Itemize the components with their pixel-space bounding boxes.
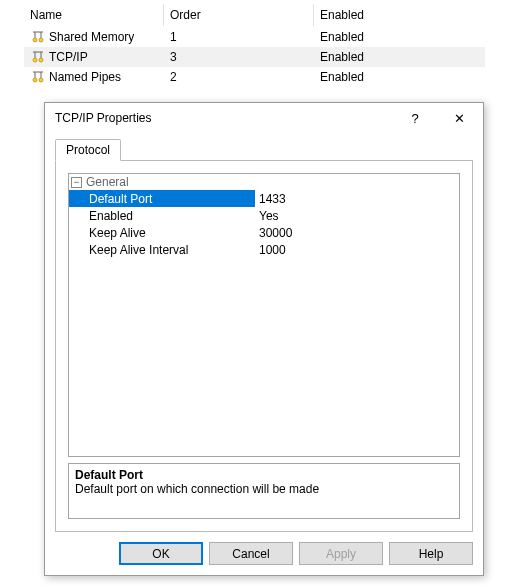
tab-protocol[interactable]: Protocol: [55, 139, 121, 161]
ok-button[interactable]: OK: [119, 542, 203, 565]
apply-button: Apply: [299, 542, 383, 565]
dialog-button-row: OK Cancel Apply Help: [45, 532, 483, 575]
list-cell-order: 1: [164, 30, 314, 44]
svg-point-9: [39, 58, 43, 62]
list-cell-enabled: Enabled: [314, 70, 485, 84]
description-title: Default Port: [75, 468, 453, 482]
list-cell-name: TCP/IP: [49, 50, 88, 64]
list-cell-enabled: Enabled: [314, 30, 485, 44]
svg-point-8: [33, 58, 37, 62]
svg-point-13: [33, 78, 37, 82]
dialog-titlebar: TCP/IP Properties ? ✕: [45, 103, 483, 133]
list-row[interactable]: TCP/IP3Enabled: [24, 47, 485, 67]
svg-point-14: [39, 78, 43, 82]
property-grid[interactable]: − General Default Port1433EnabledYesKeep…: [68, 173, 460, 457]
property-value[interactable]: 1000: [255, 241, 459, 258]
property-name: Enabled: [69, 207, 255, 224]
dialog-title: TCP/IP Properties: [55, 111, 393, 125]
tcpip-properties-dialog: TCP/IP Properties ? ✕ Protocol − General…: [44, 102, 484, 576]
tab-strip: Protocol: [55, 139, 473, 161]
collapse-icon[interactable]: −: [71, 177, 82, 188]
property-group-label: General: [86, 175, 129, 189]
list-row[interactable]: Shared Memory1Enabled: [24, 27, 485, 47]
property-value[interactable]: Yes: [255, 207, 459, 224]
svg-point-4: [39, 38, 43, 42]
property-name: Default Port: [69, 190, 255, 207]
help-button[interactable]: Help: [389, 542, 473, 565]
property-value[interactable]: 1433: [255, 190, 459, 207]
description-text: Default port on which connection will be…: [75, 482, 453, 496]
col-header-enabled[interactable]: Enabled: [314, 4, 485, 26]
property-group-general[interactable]: − General: [69, 174, 459, 190]
cancel-button[interactable]: Cancel: [209, 542, 293, 565]
tab-panel-protocol: − General Default Port1433EnabledYesKeep…: [55, 160, 473, 532]
col-header-order[interactable]: Order: [164, 4, 314, 26]
list-cell-order: 3: [164, 50, 314, 64]
list-header: Name Order Enabled: [24, 4, 485, 27]
list-cell-enabled: Enabled: [314, 50, 485, 64]
list-cell-name: Named Pipes: [49, 70, 121, 84]
list-cell-order: 2: [164, 70, 314, 84]
list-cell-name: Shared Memory: [49, 30, 134, 44]
property-name: Keep Alive Interval: [69, 241, 255, 258]
dialog-body: Protocol − General Default Port1433Enabl…: [45, 133, 483, 532]
svg-point-3: [33, 38, 37, 42]
property-name: Keep Alive: [69, 224, 255, 241]
col-header-name[interactable]: Name: [24, 4, 164, 26]
protocol-icon: [30, 29, 46, 45]
property-row[interactable]: Keep Alive Interval1000: [69, 241, 459, 258]
property-value[interactable]: 30000: [255, 224, 459, 241]
property-row[interactable]: Default Port1433: [69, 190, 459, 207]
protocol-icon: [30, 69, 46, 85]
protocol-list: Name Order Enabled Shared Memory1Enabled…: [0, 0, 509, 87]
close-button[interactable]: ✕: [437, 104, 481, 132]
protocol-icon: [30, 49, 46, 65]
list-row[interactable]: Named Pipes2Enabled: [24, 67, 485, 87]
property-description: Default Port Default port on which conne…: [68, 463, 460, 519]
property-row[interactable]: EnabledYes: [69, 207, 459, 224]
property-row[interactable]: Keep Alive30000: [69, 224, 459, 241]
context-help-button[interactable]: ?: [393, 104, 437, 132]
